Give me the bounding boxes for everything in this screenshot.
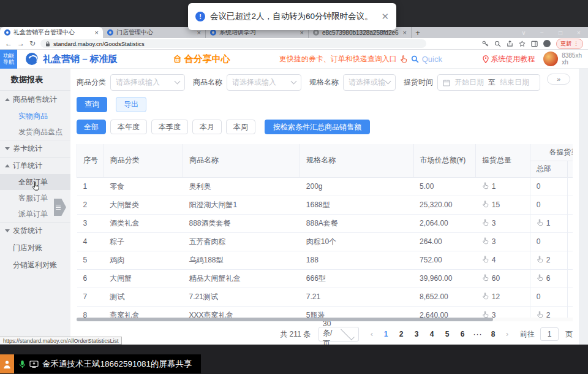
horizontal-scrollbar[interactable] [77, 318, 573, 321]
cell-name: 7.21测试 [183, 288, 300, 306]
sidebar-item-label: 门店对账 [13, 243, 42, 253]
date-range-picker[interactable]: 开始日期至结束日期 [437, 74, 540, 91]
quick-tab-4[interactable]: 本月 [192, 120, 222, 134]
close-window-icon[interactable]: × [570, 29, 588, 36]
group-column-header: 各提货渠道 [530, 144, 573, 161]
page-number-8[interactable]: 8 [487, 330, 499, 338]
quick-entry-link[interactable]: 更快捷的券卡、订单和快递查询入口 Quick [279, 54, 442, 64]
sidebar-item-3[interactable]: 发货商品盘点 [0, 124, 70, 140]
side-panel-icon[interactable] [531, 40, 538, 47]
cell-seq: 7 [77, 288, 104, 306]
next-page-icon[interactable]: › [502, 330, 512, 338]
sidebar-item-11[interactable]: 分销返利对账 [0, 256, 70, 273]
quick-tab-3[interactable]: 本季度 [151, 120, 188, 134]
address-bar[interactable]: standard.maboy.cn/GoodsStatistics [40, 39, 426, 48]
column-header-2: 商品分类 [104, 144, 183, 177]
cell-hq-count: 0 [530, 232, 567, 251]
new-tab-button[interactable]: + [412, 27, 424, 38]
summary-button[interactable]: 按检索条件汇总商品销售额 [265, 120, 370, 134]
function-nav-toggle[interactable]: 功能 导航 [0, 50, 17, 69]
kebab-menu-icon[interactable]: ⋮ [573, 40, 579, 47]
sidebar-item-4[interactable]: 券卡统计 [0, 140, 70, 157]
page-number-6[interactable]: 6 [456, 330, 469, 338]
toast-close-icon[interactable]: ✕ [376, 11, 389, 22]
cell-spec: 200g [300, 177, 413, 196]
page-number-3[interactable]: 3 [410, 330, 423, 338]
share-icon[interactable] [507, 40, 513, 47]
share-text: 金禾通技术王斌18662591081的屏幕共享 [42, 359, 192, 370]
tab-close-icon[interactable]: × [403, 29, 407, 36]
zoom-icon[interactable] [494, 40, 501, 47]
filter-select-2[interactable]: 请选择或输入 [227, 74, 301, 91]
cell-name: 精品大闸蟹礼盒 [183, 269, 300, 288]
sidebar-item-5[interactable]: 订单统计 [0, 157, 70, 174]
column-header-5: 市场价总额(¥) [413, 144, 476, 177]
key-icon[interactable] [482, 40, 489, 47]
browser-profile-avatar[interactable] [543, 40, 551, 47]
page-number-5[interactable]: 5 [441, 330, 453, 338]
sidebar-item-10[interactable]: 门店对账 [0, 239, 70, 256]
app-header: 功能 导航 礼盒营销 – 标准版 合分享中心 更快捷的券卡、订单和快递查询入口 … [0, 50, 588, 69]
sidebar-item-6[interactable]: 全部订单 [0, 174, 70, 190]
cell-pickup-total: 3 [476, 232, 530, 251]
cell-name: 奥利奥 [183, 177, 300, 196]
cell-hq-count: 0 [530, 177, 567, 196]
quick-tab-5[interactable]: 本周 [226, 120, 255, 134]
microphone-icon [19, 360, 26, 368]
meeting-toast: ! 会议已超过2人，自动转为60分钟限时会议。 ✕ [188, 3, 396, 30]
update-label: 更新 [560, 40, 571, 48]
page-size-select[interactable]: 30条/页 [318, 327, 359, 342]
filter-expand-button[interactable]: » [547, 74, 570, 85]
profile-chevron-icon[interactable]: ∨ [514, 29, 533, 36]
table-row: 4粽子五芳斋肉粽肉粽10个264.00300 [77, 232, 573, 251]
sidebar-item-label: 订单统计 [13, 161, 42, 171]
sidebar-item-9[interactable]: 发货统计 [0, 222, 70, 239]
page-number-1[interactable]: 1 [380, 330, 392, 338]
date-separator: 至 [488, 77, 496, 88]
goto-page-input[interactable] [540, 327, 559, 341]
table-row: 1零食奥利奥200g5.00100 [77, 177, 573, 196]
filter-select-3[interactable]: 请选择或输入 [343, 74, 396, 91]
sidebar-item-1[interactable]: 商品销售统计 [0, 91, 70, 108]
page-number-2[interactable]: 2 [395, 330, 407, 338]
nav-toggle-line1: 功能 [3, 53, 14, 59]
share-center-link[interactable]: 合分享中心 [173, 53, 230, 65]
quick-label: Quick [422, 55, 442, 64]
sidebar-item-label: 客服订单 [18, 193, 48, 204]
reload-icon[interactable]: ↻ [29, 40, 36, 47]
query-button[interactable]: 查询 [77, 97, 107, 112]
filter-select-1[interactable]: 请选择或输入 [110, 74, 185, 91]
export-button[interactable]: 导出 [116, 97, 146, 112]
minimize-icon[interactable]: − [533, 29, 551, 36]
sidebar-item-2[interactable]: 实物商品 [0, 108, 70, 124]
column-header-1: 序号 [77, 144, 104, 177]
filter-placeholder: 请选择或输入 [232, 77, 292, 88]
tutorial-link[interactable]: 系统使用教程 [483, 54, 535, 64]
chrome-update-button[interactable]: 更新 ⋮ [556, 39, 583, 49]
bookmark-star-icon[interactable] [519, 40, 526, 47]
user-avatar[interactable] [543, 52, 558, 66]
tab-title: 门店管理中心 [116, 28, 195, 37]
screen-share-icon [29, 361, 39, 368]
cell-category: 大闸蟹 [104, 269, 183, 288]
browser-tab-1[interactable]: 礼盒营销平台管理中心× [0, 27, 103, 38]
scrollbar-thumb[interactable] [77, 318, 493, 321]
column-header-3: 商品名称 [183, 144, 300, 177]
quick-tab-2[interactable]: 本年度 [110, 120, 147, 134]
prev-page-icon[interactable]: ‹ [367, 330, 377, 338]
arrow-up-icon [5, 98, 10, 101]
maximize-icon[interactable]: □ [551, 29, 570, 36]
quick-entry-label: 更快捷的券卡、订单和快递查询入口 [279, 54, 397, 64]
cell-seq: 5 [77, 251, 104, 269]
tutorial-label: 系统使用教程 [491, 54, 535, 64]
forward-icon[interactable]: → [17, 40, 24, 47]
cell-pickup-total: 60 [476, 269, 530, 288]
cell-spec: 888A套餐 [300, 214, 413, 232]
url-text: standard.maboy.cn/GoodsStatistics [53, 40, 145, 47]
chevron-down-icon [385, 78, 391, 85]
quick-tab-1[interactable]: 全部 [77, 120, 106, 134]
page-number-4[interactable]: 4 [426, 330, 438, 338]
back-icon[interactable]: ← [5, 40, 12, 47]
tab-close-icon[interactable]: × [95, 29, 99, 36]
screen: 礼盒营销平台管理中心×门店管理中心×系统培训学习×e8c573980b1328a… [0, 0, 588, 374]
